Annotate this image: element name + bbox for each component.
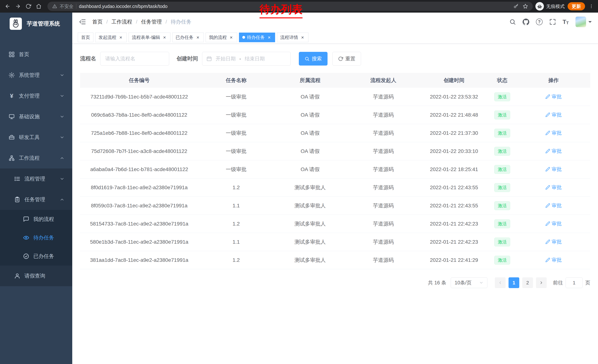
approve-link[interactable]: 审批 — [545, 166, 562, 173]
page-size-select[interactable]: 10条/页 — [451, 277, 487, 288]
approve-link[interactable]: 审批 — [545, 257, 562, 263]
tab-label: 流程详情 — [280, 34, 298, 40]
reset-button[interactable]: 重置 — [332, 52, 361, 65]
status-badge: 激活 — [494, 129, 510, 138]
browser-menu-button[interactable] — [588, 2, 595, 11]
status-cell: 激活 — [488, 201, 517, 210]
tab-close-icon[interactable]: × — [118, 35, 123, 40]
password-key-icon[interactable] — [514, 4, 519, 9]
breadcrumb-item[interactable]: 工作流程 — [112, 18, 132, 25]
security-label[interactable]: 不安全 — [60, 3, 74, 9]
tab-close-icon[interactable]: × — [300, 35, 305, 40]
goto-page-input[interactable] — [565, 277, 583, 288]
toolbox-icon — [8, 134, 15, 140]
approve-link[interactable]: 审批 — [545, 238, 562, 245]
home-icon — [36, 4, 42, 9]
back-button[interactable] — [3, 2, 12, 11]
avatar[interactable] — [575, 16, 586, 27]
github-icon[interactable] — [523, 18, 529, 25]
url-text[interactable]: dashboard.yudao.iocoder.cn/bpm/task/todo — [79, 4, 167, 9]
sidebar-item-infra[interactable]: 基础设施 — [0, 106, 72, 127]
gear-icon — [8, 72, 15, 78]
approve-link[interactable]: 审批 — [545, 184, 562, 191]
sidebar-item-home[interactable]: 首页 — [0, 44, 72, 65]
table-row: 8f059c03-7ac8-11ec-a9e2-a2380e71991a 1.1… — [80, 197, 590, 215]
address-bar[interactable]: 不安全 dashboard.yudao.iocoder.cn/bpm/task/… — [47, 2, 533, 11]
reload-button[interactable] — [24, 2, 33, 11]
active-tab-dot — [242, 36, 245, 39]
forward-button[interactable] — [14, 2, 22, 11]
tab-1[interactable]: 发起流程× — [95, 32, 127, 42]
approve-link[interactable]: 审批 — [545, 112, 562, 118]
tab-3[interactable]: 已办任务× — [172, 32, 204, 42]
bookmark-star-icon[interactable] — [523, 4, 528, 9]
breadcrumb-separator: / — [106, 19, 108, 25]
sidebar-item-devtools[interactable]: 研发工具 — [0, 127, 72, 148]
process-name-input[interactable] — [100, 52, 169, 65]
task-id-cell: 580e1b3d-7ac8-11ec-a9e2-a2380e71991a — [80, 239, 199, 245]
sidebar-item-leave-query[interactable]: 请假查询 — [0, 266, 72, 286]
tab-2[interactable]: 流程表单-编辑× — [129, 32, 170, 42]
help-icon[interactable]: ? — [536, 18, 543, 25]
approve-link[interactable]: 审批 — [545, 202, 562, 209]
process-cell: OA 请假 — [274, 93, 346, 100]
next-page-button[interactable] — [536, 277, 547, 288]
tab-5[interactable]: 待办任务× — [239, 32, 275, 42]
create-time-cell: 2022-01-21 22:42:23 — [420, 221, 488, 227]
fullscreen-icon[interactable] — [549, 18, 556, 25]
sidebar-item-my-process[interactable]: 我的流程 — [0, 210, 72, 228]
home-button[interactable] — [34, 2, 43, 11]
app-logo-area[interactable]: 芋道管理系统 — [0, 13, 72, 35]
sidebar-item-process-mgmt[interactable]: 流程管理 — [0, 169, 72, 189]
approve-link[interactable]: 审批 — [545, 220, 562, 227]
tab-4[interactable]: 我的流程× — [206, 32, 237, 42]
page-1-button[interactable]: 1 — [508, 277, 519, 288]
tab-close-icon[interactable]: × — [266, 35, 272, 40]
sidebar-item-task-mgmt[interactable]: 任务管理 — [0, 189, 72, 210]
page-2-button[interactable]: 2 — [522, 277, 533, 288]
edit-icon — [545, 221, 550, 226]
breadcrumb-item[interactable]: 首页 — [92, 18, 103, 25]
sidebar-item-label: 支付管理 — [19, 92, 40, 99]
sidebar-item-label: 系统管理 — [19, 72, 40, 79]
process-cell: OA 请假 — [274, 148, 346, 155]
sidebar-item-workflow[interactable]: 工作流程 — [0, 148, 72, 169]
status-badge: 激活 — [494, 111, 510, 119]
tab-close-icon[interactable]: × — [195, 35, 200, 40]
sidebar-item-done-task[interactable]: 已办任务 — [0, 247, 72, 266]
sidebar-item-payment[interactable]: ¥ 支付管理 — [0, 86, 72, 106]
create-time-cell: 2022-01-22 18:25:41 — [420, 166, 488, 172]
approve-label: 审批 — [552, 238, 562, 245]
sidebar-collapse-button[interactable] — [79, 18, 87, 26]
column-header-process: 所属流程 — [274, 77, 346, 84]
search-button[interactable]: 搜索 — [299, 52, 328, 65]
clipboard-icon — [14, 196, 20, 203]
user-icon — [14, 273, 20, 279]
action-cell: 审批 — [517, 238, 590, 245]
font-size-icon[interactable]: TT — [563, 18, 569, 25]
table-row: 58154733-7ac8-11ec-a9e2-a2380e71991a 1.2… — [80, 215, 590, 233]
initiator-cell: 芋道源码 — [346, 112, 420, 119]
task-name-cell: 一级审批 — [199, 148, 274, 155]
process-cell: 测试多审批人 — [274, 257, 346, 264]
breadcrumb-item[interactable]: 任务管理 — [141, 18, 162, 25]
approve-link[interactable]: 审批 — [545, 129, 562, 136]
sidebar-item-todo-task[interactable]: 待办任务 — [0, 228, 72, 247]
approve-link[interactable]: 审批 — [545, 93, 562, 100]
sidebar-item-system[interactable]: 系统管理 — [0, 65, 72, 86]
initiator-cell: 芋道源码 — [346, 93, 420, 100]
initiator-cell: 芋道源码 — [346, 148, 420, 155]
tab-0[interactable]: 首页 — [78, 32, 93, 42]
tab-close-icon[interactable]: × — [229, 35, 234, 40]
prev-page-button[interactable] — [495, 277, 506, 288]
kebab-menu-icon — [589, 4, 594, 9]
tab-6[interactable]: 流程详情× — [277, 32, 308, 42]
update-button[interactable]: 更新 — [568, 2, 585, 10]
arrow-left-icon — [5, 4, 10, 9]
tab-close-icon[interactable]: × — [162, 35, 167, 40]
user-menu[interactable] — [575, 16, 592, 27]
date-range-picker[interactable]: 开始日期 - 结束日期 — [202, 52, 291, 65]
create-time-cell: 2022-01-21 22:42:23 — [420, 239, 488, 245]
search-icon[interactable] — [509, 18, 516, 25]
approve-link[interactable]: 审批 — [545, 148, 562, 154]
